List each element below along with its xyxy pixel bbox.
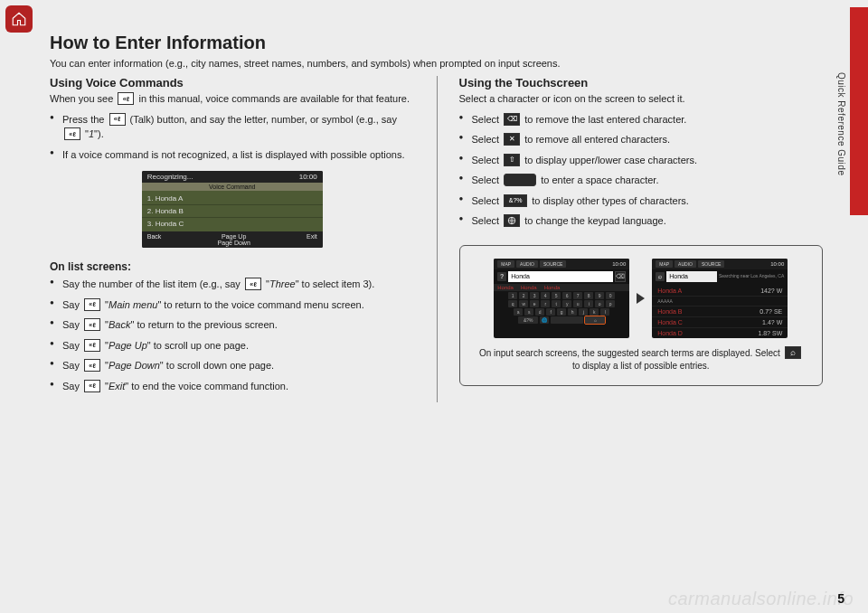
text: to remove the last entered character. <box>524 114 686 125</box>
kb-key: e <box>530 300 539 307</box>
ts-screen-results: MAP AUDIO SOURCE 10:00 ⌕ Honda Searching… <box>652 259 788 338</box>
kb-key: u <box>573 300 582 307</box>
kb-key: p <box>606 300 615 307</box>
text: Say <box>62 299 82 310</box>
bullet: Say «ℓ "Back" to return to the previous … <box>50 317 415 333</box>
ts-result: Honda D1.8? SW <box>652 328 788 338</box>
sug: Honda <box>497 285 514 290</box>
sug: Honda <box>521 285 537 290</box>
kb-key: 5 <box>552 292 561 299</box>
backspace-icon: ⌫ <box>615 271 626 282</box>
globe-icon: 🌐 <box>540 316 549 324</box>
touch-bullets: Select ⌫ to remove the last entered char… <box>459 112 824 229</box>
ts-tab: SOURCE <box>698 260 724 268</box>
ts-result: Honda B0.7? SE <box>652 306 788 317</box>
heading-list-screens: On list screens: <box>50 260 415 273</box>
text: to enter a space character. <box>541 174 658 185</box>
help-icon: ? <box>497 272 506 281</box>
backspace-icon: ⌫ <box>504 113 520 126</box>
vs-time: 10:00 <box>299 173 317 181</box>
search-icon: ⌕ <box>656 272 665 281</box>
talk-icon: «ℓ <box>84 339 100 352</box>
page-title: How to Enter Information <box>50 33 823 53</box>
talk-icon: «ℓ <box>84 298 100 311</box>
page-content: How to Enter Information You can enter i… <box>50 33 823 595</box>
bullet: Press the «ℓ (Talk) button, and say the … <box>50 112 415 142</box>
text: "). <box>94 128 104 139</box>
arrow-right-icon <box>637 293 645 304</box>
kb-key: g <box>557 308 566 316</box>
sug: Honda <box>544 285 561 290</box>
text: to display other types of characters. <box>532 195 689 206</box>
talk-icon: «ℓ <box>84 359 100 372</box>
talk-icon: «ℓ <box>118 92 134 105</box>
bullet: Select &?% to display other types of cha… <box>459 193 824 209</box>
vs-back: Back <box>147 233 162 246</box>
vs-item: 1. Honda A <box>142 193 323 205</box>
text: Say <box>62 319 82 330</box>
kb-key: 9 <box>595 292 604 299</box>
text: to display upper/lower case characters. <box>524 155 697 165</box>
kb-key: q <box>508 300 517 307</box>
kb-search-highlight: ⌕ <box>585 316 605 324</box>
text: to scroll up one page. <box>151 340 249 351</box>
heading-voice: Using Voice Commands <box>50 76 415 90</box>
cmd: Page Up <box>108 340 147 351</box>
cmd: Page Down <box>108 360 160 371</box>
home-icon <box>11 11 27 27</box>
ts-caption: On input search screens, the suggested s… <box>476 347 807 373</box>
text: Select <box>472 114 503 125</box>
talk-icon: «ℓ <box>84 318 100 331</box>
col-voice: Using Voice Commands When you see «ℓ in … <box>50 76 437 402</box>
text: to return to the voice command menu scre… <box>161 299 363 310</box>
voice-intro: When you see «ℓ in this manual, voice co… <box>50 92 415 106</box>
ts-results: Honda A142? W AAAAA Honda B0.7? SE Honda… <box>652 284 788 338</box>
ts-result: Honda A142? W <box>652 286 788 297</box>
bullet: Say «ℓ "Page Up" to scroll up one page. <box>50 338 415 354</box>
section-tab <box>850 7 868 215</box>
cmd: Three <box>269 278 296 289</box>
ts-tab: AUDIO <box>516 260 538 268</box>
text: to return to the previous screen. <box>134 319 277 330</box>
talk-icon: «ℓ <box>109 113 126 126</box>
text: Say <box>62 360 82 371</box>
text: Say <box>62 381 82 391</box>
text: to select item 3). <box>299 278 375 289</box>
ts-screen-keyboard: MAP AUDIO SOURCE 10:00 ? Honda ⌫ <box>494 259 629 338</box>
ts-tab: MAP <box>656 260 673 268</box>
kb-space <box>551 316 583 324</box>
kb-key: o <box>595 300 604 307</box>
vs-pgup: Page Up <box>222 233 246 240</box>
voice-screenshot: Recognizing... 10:00 Voice Command 1. Ho… <box>142 171 323 248</box>
kb-key: s <box>524 308 533 316</box>
ts-tab: SOURCE <box>540 260 566 268</box>
kb-key: a <box>514 308 523 316</box>
vs-item: 3. Honda C <box>142 218 323 230</box>
bullet: Select ⇧ to display upper/lower case cha… <box>459 153 824 168</box>
kb-key: 3 <box>530 292 539 299</box>
text: Select <box>472 215 503 226</box>
kb-key: 2 <box>519 292 528 299</box>
talk-icon: «ℓ <box>84 380 100 392</box>
bullet: Select to change the keypad language. <box>459 213 824 229</box>
heading-touchscreen: Using the Touchscreen <box>459 76 824 90</box>
bullet: Say «ℓ "Exit" to end the voice command f… <box>50 379 415 394</box>
text: to scroll down one page. <box>164 360 274 371</box>
bullet: Say «ℓ "Page Down" to scroll down one pa… <box>50 358 415 373</box>
kb-key: r <box>541 300 550 307</box>
ts-suggestions: Honda Honda Honda <box>494 284 629 291</box>
list-screen-bullets: Say the number of the list item (e.g., s… <box>50 277 415 393</box>
text: When you see <box>50 93 116 104</box>
clear-x-icon: ✕ <box>504 133 520 146</box>
ts-search-field: Honda <box>666 271 717 282</box>
bullet: Select ⌫ to remove the last entered char… <box>459 112 824 127</box>
kb-key: 7 <box>573 292 582 299</box>
touchscreen-example-box: MAP AUDIO SOURCE 10:00 ? Honda ⌫ <box>459 245 824 386</box>
ts-result: AAAAA <box>652 297 788 306</box>
ts-result: Honda C1.4? W <box>652 317 788 328</box>
shift-icon: ⇧ <box>504 154 520 166</box>
home-badge <box>5 5 33 33</box>
kb-key: 1 <box>508 292 517 299</box>
vs-bar: Voice Command <box>142 183 323 191</box>
ts-time: 10:00 <box>612 261 626 267</box>
